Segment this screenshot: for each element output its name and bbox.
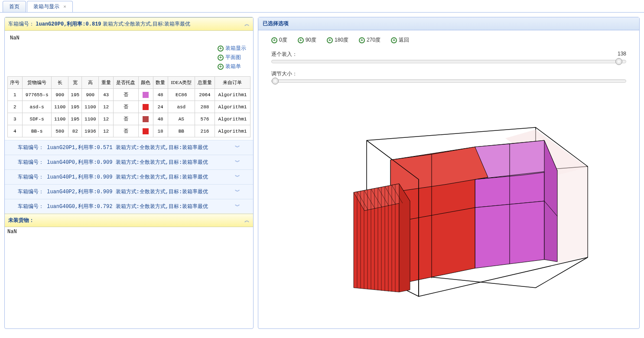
container-summary: 车箱编号： luanG40P1,利用率:0.909 装箱方式:全散装方式,目标:… xyxy=(18,173,208,181)
table-row[interactable]: 4BB-s58082193612否18BB216Algorithm1 xyxy=(8,125,250,137)
cell-cargoId: BB-s xyxy=(22,125,52,137)
th-total: 总重量 xyxy=(195,77,215,89)
plus-icon: + xyxy=(271,37,277,43)
table-row[interactable]: 3SDF-s1100195110012否48AS576Algorithm1 xyxy=(8,113,250,125)
slider-label: 逐个装入： xyxy=(271,51,297,58)
container-row-collapsed[interactable]: 车箱编号： luanG40P1,利用率:0.909 装箱方式:全散装方式,目标:… xyxy=(5,169,253,184)
cell-totalWgt: 288 xyxy=(195,101,215,113)
back-button[interactable]: +返回 xyxy=(391,36,409,44)
plan-view-button[interactable]: + 平面图 xyxy=(218,54,246,61)
cell-seq: 4 xyxy=(8,125,23,137)
rotate-0-button[interactable]: +0度 xyxy=(271,36,287,44)
show-packing-button[interactable]: + 装箱显示 xyxy=(218,45,246,52)
rot-label: 180度 xyxy=(335,36,348,44)
slider-label: 调节大小： xyxy=(271,70,297,78)
right-panel: 已选择选项 +0度 +90度 +180度 +270度 +返回 逐个装入： 138… xyxy=(258,17,640,329)
container-row-collapsed[interactable]: 车箱编号： luanG40G0,利用率:0.792 装箱方式:全散装方式,目标:… xyxy=(5,199,253,214)
plus-icon: + xyxy=(359,37,365,43)
container-summary: 车箱编号： luanG20P1,利用率:0.571 装箱方式:全散装方式,目标:… xyxy=(18,144,208,151)
cell-color xyxy=(138,125,153,137)
cell-wid: 195 xyxy=(68,101,82,113)
cell-fromOrder: Algorithm1 xyxy=(215,113,250,125)
tab-pack-display[interactable]: 装箱与显示 × xyxy=(27,1,73,12)
plus-icon: + xyxy=(218,64,224,70)
tab-home[interactable]: 首页 xyxy=(3,1,26,12)
th-len: 长 xyxy=(52,77,68,89)
close-icon[interactable]: × xyxy=(63,4,66,9)
cell-fromOrder: Algorithm1 xyxy=(215,89,250,101)
rotate-270-button[interactable]: +270度 xyxy=(359,36,381,44)
cell-qty: 24 xyxy=(153,101,168,113)
target-value: 装箱率最优 xyxy=(164,20,190,28)
cell-qty: 48 xyxy=(153,113,168,125)
cell-pallet: 否 xyxy=(113,101,138,113)
tab-bar: 首页 装箱与显示 × xyxy=(0,0,644,13)
rot-label: 返回 xyxy=(399,36,409,44)
container-id: luanG20P0 xyxy=(36,21,64,27)
table-row[interactable]: 1977655-s90019590043否48EC862064Algorithm… xyxy=(8,89,250,101)
color-swatch xyxy=(143,104,149,110)
cell-pallet: 否 xyxy=(113,113,138,125)
size-slider[interactable] xyxy=(271,79,626,83)
cell-ideaType: asd xyxy=(168,101,195,113)
action-label: 装箱单 xyxy=(225,63,241,70)
chevron-up-icon: ︽ xyxy=(244,20,250,28)
rotation-buttons: +0度 +90度 +180度 +270度 +返回 xyxy=(258,30,639,47)
slider-thumb[interactable] xyxy=(272,78,279,84)
cell-hei: 1936 xyxy=(82,125,99,137)
rate-label: ,利用率: xyxy=(64,20,85,28)
cell-totalWgt: 576 xyxy=(195,113,215,125)
color-swatch xyxy=(143,128,149,134)
container-summary: 车箱编号： luanG40G0,利用率:0.792 装箱方式:全散装方式,目标:… xyxy=(18,203,208,210)
chevron-down-icon: ︾ xyxy=(235,173,240,181)
plus-icon: + xyxy=(298,37,304,43)
cell-fromOrder: Algorithm1 xyxy=(215,101,250,113)
cell-qty: 48 xyxy=(153,89,168,101)
cell-totalWgt: 2064 xyxy=(195,89,215,101)
action-label: 平面图 xyxy=(225,54,241,61)
rot-label: 90度 xyxy=(306,36,316,44)
container-row-collapsed[interactable]: 车箱编号： luanG40P2,利用率:0.909 装箱方式:全散装方式,目标:… xyxy=(5,184,253,199)
rotate-180-button[interactable]: +180度 xyxy=(327,36,348,44)
th-cargo-id: 货物编号 xyxy=(22,77,52,89)
th-color: 颜色 xyxy=(138,77,153,89)
container-summary: 车箱编号： luanG40P2,利用率:0.909 装箱方式:全散装方式,目标:… xyxy=(18,188,208,195)
cell-len: 580 xyxy=(52,125,68,137)
th-hei: 高 xyxy=(82,77,99,89)
slider-thumb[interactable] xyxy=(615,58,622,65)
rot-label: 0度 xyxy=(279,36,287,44)
right-panel-header: 已选择选项 xyxy=(258,17,639,30)
rotate-90-button[interactable]: +90度 xyxy=(298,36,316,44)
slider-value: 138 xyxy=(618,51,626,58)
container-row-collapsed[interactable]: 车箱编号： luanG40P0,利用率:0.909 装箱方式:全散装方式,目标:… xyxy=(5,155,253,169)
cell-wid: 195 xyxy=(68,89,82,101)
rate-value: 0.819 xyxy=(86,21,101,27)
cell-wgt: 43 xyxy=(99,89,114,101)
chevron-up-icon: ︽ xyxy=(244,217,250,224)
cell-seq: 1 xyxy=(8,89,23,101)
cell-cargoId: 977655-s xyxy=(22,89,52,101)
plus-icon: + xyxy=(391,37,397,43)
load-slider[interactable] xyxy=(271,60,626,63)
tab-label: 装箱与显示 xyxy=(33,3,59,10)
rot-label: 270度 xyxy=(367,36,381,44)
chevron-down-icon: ︾ xyxy=(235,203,240,210)
container-summary: 车箱编号： luanG40P0,利用率:0.909 装箱方式:全散装方式,目标:… xyxy=(18,159,208,166)
th-order: 来自订单 xyxy=(215,77,250,89)
cell-hei: 1100 xyxy=(82,113,99,125)
cell-seq: 3 xyxy=(8,113,23,125)
container-row-collapsed[interactable]: 车箱编号： luanG20P1,利用率:0.571 装箱方式:全散装方式,目标:… xyxy=(5,140,253,155)
action-label: 装箱显示 xyxy=(225,45,246,52)
chevron-down-icon: ︾ xyxy=(235,159,240,166)
unloaded-header[interactable]: 未装货物： ︽ xyxy=(5,214,253,227)
color-swatch xyxy=(143,92,149,98)
3d-visualization[interactable] xyxy=(258,86,639,328)
table-row[interactable]: 2asd-s1100195110012否24asd288Algorithm1 xyxy=(8,101,250,113)
cell-ideaType: BB xyxy=(168,125,195,137)
packing-list-button[interactable]: + 装箱单 xyxy=(218,63,246,70)
container-header-expanded[interactable]: 车箱编号： luanG20P0 ,利用率: 0.819 装箱方式: 全散装方式 … xyxy=(5,17,253,31)
cell-color xyxy=(138,101,153,113)
cell-wid: 195 xyxy=(68,113,82,125)
cell-color xyxy=(138,89,153,101)
cell-wgt: 12 xyxy=(99,101,114,113)
